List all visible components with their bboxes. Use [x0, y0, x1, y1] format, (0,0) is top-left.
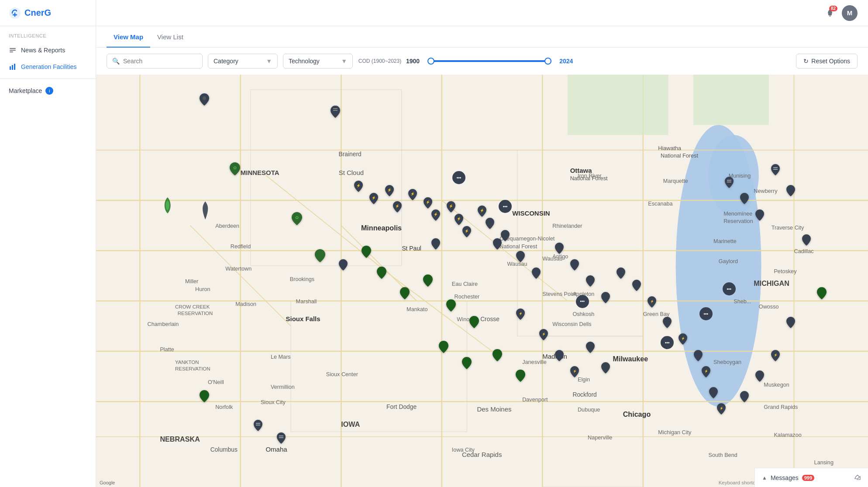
svg-text:Eau Claire: Eau Claire: [452, 281, 478, 287]
svg-text:Vermillion: Vermillion: [271, 384, 295, 390]
search-box: 🔍: [107, 54, 203, 69]
svg-rect-1: [10, 48, 16, 49]
svg-text:Madison: Madison: [235, 301, 256, 307]
svg-text:Milwaukee: Milwaukee: [613, 355, 648, 363]
marketplace-info-badge: i: [45, 87, 53, 95]
svg-text:Munising: Munising: [729, 173, 751, 179]
svg-text:Sioux City: Sioux City: [261, 399, 286, 405]
svg-text:MICHIGAN: MICHIGAN: [754, 279, 789, 287]
svg-text:Janesville: Janesville: [522, 359, 547, 365]
svg-text:Marshall: Marshall: [296, 298, 317, 305]
svg-text:Dubuque: Dubuque: [578, 407, 600, 413]
compose-icon[interactable]: [854, 473, 861, 482]
map-container[interactable]: Minneapolis St Paul St Cloud Sioux Falls…: [96, 75, 868, 487]
cod-min-year: 1900: [406, 58, 420, 65]
logo-icon: [9, 7, 21, 19]
svg-text:Wisconsin Dells: Wisconsin Dells: [552, 321, 591, 327]
svg-rect-38: [693, 75, 769, 125]
sidebar-item-label-news: News & Reports: [21, 47, 65, 54]
svg-text:Norfolk: Norfolk: [215, 404, 233, 410]
svg-text:Rhinelander: Rhinelander: [552, 223, 582, 229]
svg-text:IOWA: IOWA: [341, 420, 360, 428]
svg-text:Elgin: Elgin: [578, 377, 590, 383]
svg-text:Minneapolis: Minneapolis: [361, 224, 402, 232]
svg-text:NEBRASKA: NEBRASKA: [160, 435, 200, 443]
svg-text:Stevens Point: Stevens Point: [542, 291, 577, 297]
sidebar-item-marketplace[interactable]: Marketplace i: [0, 82, 96, 99]
svg-text:Miller: Miller: [185, 278, 198, 285]
svg-rect-6: [14, 64, 15, 70]
notification-badge: 82: [829, 6, 837, 11]
svg-rect-37: [568, 75, 668, 135]
tab-view-map[interactable]: View Map: [107, 26, 150, 48]
svg-text:CROW CREEK: CROW CREEK: [175, 304, 210, 309]
svg-text:RESERVATION: RESERVATION: [175, 366, 210, 371]
svg-point-8: [830, 15, 831, 17]
svg-text:Lansing: Lansing: [814, 460, 834, 466]
reset-label: Reset Options: [811, 58, 850, 65]
technology-dropdown[interactable]: Technology ▼: [283, 54, 353, 69]
search-input[interactable]: [123, 58, 197, 65]
svg-text:Iron River: Iron River: [578, 173, 602, 179]
svg-text:Aberdeen: Aberdeen: [215, 223, 239, 229]
svg-text:Marquette: Marquette: [663, 178, 688, 184]
cod-range-section: COD (1900~2023) 1900 2024: [358, 58, 791, 65]
sidebar-item-news-reports[interactable]: News & Reports: [0, 42, 96, 58]
chevron-up-icon: ▲: [762, 475, 767, 481]
sidebar-item-label-facilities: Generation Facilities: [21, 63, 77, 70]
svg-text:Owosso: Owosso: [759, 304, 779, 310]
cod-slider[interactable]: [424, 60, 555, 62]
notification-button[interactable]: 82: [825, 8, 835, 18]
reset-options-button[interactable]: ↻ Reset Options: [796, 54, 858, 69]
svg-text:Rockford: Rockford: [572, 391, 596, 398]
svg-text:Escanaba: Escanaba: [648, 201, 673, 207]
svg-text:Columbus: Columbus: [210, 446, 238, 453]
sidebar-marketplace-label: Marketplace: [9, 87, 42, 94]
category-dropdown[interactable]: Category ▼: [208, 54, 278, 69]
svg-text:Winona: Winona: [457, 316, 476, 322]
svg-text:Fort Dodge: Fort Dodge: [386, 403, 417, 410]
facilities-icon: [9, 63, 17, 71]
sidebar-divider: [0, 79, 96, 79]
svg-text:Le Mars: Le Mars: [271, 354, 291, 360]
main-content: 82 M View Map View List 🔍 Category ▼ Tec…: [96, 0, 868, 487]
svg-text:Brookings: Brookings: [290, 276, 314, 282]
svg-text:Michigan City: Michigan City: [658, 429, 692, 436]
messages-count-badge: 999: [802, 475, 814, 481]
svg-rect-5: [12, 65, 13, 70]
svg-rect-2: [10, 50, 16, 51]
category-label: Category: [214, 58, 238, 65]
svg-text:Watertown: Watertown: [225, 266, 251, 272]
user-avatar[interactable]: M: [842, 5, 858, 21]
tab-view-list[interactable]: View List: [150, 26, 190, 48]
logo: CnerG: [0, 0, 96, 26]
messages-bar[interactable]: ▲ Messages 999: [754, 468, 868, 487]
sidebar: CnerG Intelligence News & Reports Genera…: [0, 0, 96, 487]
technology-label: Technology: [289, 58, 320, 65]
messages-left: ▲ Messages 999: [762, 474, 814, 481]
svg-text:Sioux Falls: Sioux Falls: [286, 315, 320, 322]
messages-label: Messages: [771, 474, 799, 481]
cod-range-label: COD (1900~2023): [358, 58, 401, 64]
map-svg: Minneapolis St Paul St Cloud Sioux Falls…: [96, 75, 868, 487]
svg-rect-4: [10, 66, 11, 70]
svg-text:Wausau: Wausau: [507, 261, 527, 267]
svg-text:South Bend: South Bend: [709, 452, 737, 458]
svg-text:Mankato: Mankato: [406, 306, 428, 312]
svg-text:Platte: Platte: [160, 346, 174, 353]
svg-text:Chequamegon-Nicolet: Chequamegon-Nicolet: [499, 236, 555, 242]
svg-text:Muskegon: Muskegon: [764, 382, 789, 388]
category-chevron-icon: ▼: [266, 58, 272, 65]
svg-text:Huron: Huron: [195, 286, 210, 292]
svg-text:Grand Rapids: Grand Rapids: [764, 404, 798, 410]
svg-text:Sheboygan: Sheboygan: [713, 359, 741, 365]
sidebar-section-label: Intelligence: [0, 26, 96, 42]
svg-text:Sioux Center: Sioux Center: [326, 371, 358, 377]
news-icon: [9, 46, 17, 54]
sidebar-item-generation-facilities[interactable]: Generation Facilities: [0, 58, 96, 75]
svg-rect-3: [10, 51, 13, 52]
svg-text:RESERVATION: RESERVATION: [178, 311, 213, 316]
cod-max-year: 2024: [559, 58, 573, 65]
svg-text:Chamberlain: Chamberlain: [148, 321, 179, 327]
search-icon: 🔍: [112, 58, 120, 65]
